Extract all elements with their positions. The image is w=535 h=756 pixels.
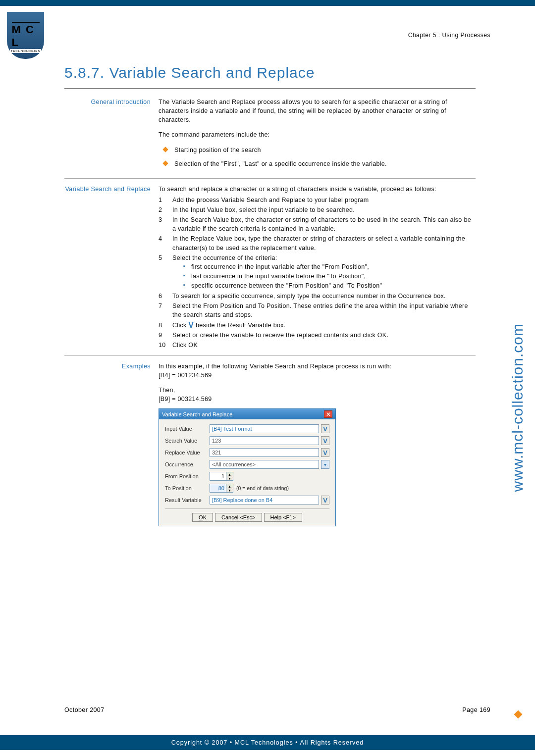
example-equation: [B4] = 001234.569 [159,371,476,380]
chevron-down-icon[interactable]: ▾ [321,460,329,469]
field-label: To Position [165,485,210,491]
dialog-title-text: Variable Search and Replace [162,411,232,417]
page-content: 5.8.7. Variable Search and Replace Gener… [64,64,476,526]
section-label: Variable Search and Replace [64,185,159,351]
to-position-spinner[interactable]: 80 ▲▼ [210,484,233,493]
step-text: In the Input Value box, select the input… [172,205,476,214]
step-text: To search for a specific occurrence, sim… [172,292,476,301]
to-position-value[interactable]: 80 [210,484,226,493]
logo-subtext: TECHNOLOGIES [10,49,42,53]
copyright-bar: Copyright © 2007 • MCL Technologies • Al… [0,735,535,750]
spin-down-icon[interactable]: ▼ [226,488,233,492]
example-equation: [B9] = 003214.569 [159,395,476,403]
substep-text: first occurrence in the input variable a… [183,262,476,271]
field-label: Search Value [165,438,210,444]
divider [64,355,476,356]
from-position-spinner[interactable]: 1 ▲▼ [210,472,233,481]
intro-bullet: Selection of the "First", "Last" or a sp… [163,159,476,168]
side-url-text: www.mcl-collection.com [509,264,526,492]
substep-text: last occurrence in the input variable be… [183,272,476,281]
page-title: 5.8.7. Variable Search and Replace [64,64,476,89]
section-label: Examples [64,362,159,404]
variable-v-icon: V [188,321,194,329]
footer-page: Page 169 [462,706,490,713]
variable-picker-button[interactable]: V [321,436,329,445]
step-text: Select the From Position and To Position… [172,302,476,319]
procedure-steps: 1Add the process Variable Search and Rep… [159,196,476,350]
spin-down-icon[interactable]: ▼ [226,476,233,480]
variable-picker-button[interactable]: V [321,448,329,457]
dialog-titlebar[interactable]: Variable Search and Replace ✕ [159,409,335,419]
dialog-variable-search-replace: Variable Search and Replace ✕ Input Valu… [159,408,336,526]
section-examples: Examples In this example, if the followi… [64,362,476,404]
spin-up-icon[interactable]: ▲ [226,484,233,488]
intro-paragraph-2: The command parameters include the: [159,130,476,139]
variable-picker-button[interactable]: V [321,424,329,433]
occurrence-select[interactable]: <All occurrences> [210,460,319,469]
section-procedure: Variable Search and Replace To search an… [64,185,476,351]
step-text: In the Search Value box, the character o… [172,215,476,233]
from-position-value[interactable]: 1 [210,472,226,481]
search-value-field[interactable]: 123 [210,436,319,445]
spin-up-icon[interactable]: ▲ [226,472,233,476]
step-text: Select or create the variable to receive… [172,331,476,340]
intro-bullet: Starting position of the search [163,146,476,154]
section-general-introduction: General introduction The Variable Search… [64,98,476,173]
input-value-field[interactable]: [B4] Test Format [210,424,319,433]
intro-paragraph-1: The Variable Search and Replace process … [159,98,476,124]
step-text: Click OK [172,341,476,350]
step-text: Click V beside the Result Variable box. [172,321,476,330]
example-text: In this example, if the following Variab… [159,362,476,371]
replace-value-field[interactable]: 321 [210,448,319,457]
substep-text: specific occurrence between the "From Po… [183,281,476,290]
field-label: From Position [165,473,210,479]
example-text: Then, [159,386,476,395]
step-text: In the Replace Value box, type the chara… [172,234,476,252]
chapter-label: Chapter 5 : Using Processes [408,32,490,39]
field-label: Input Value [165,426,210,432]
result-variable-field[interactable]: [B9] Replace done on B4 [210,496,319,504]
field-label: Occurrence [165,461,210,467]
field-label: Replace Value [165,450,210,455]
to-position-note: (0 = end of data string) [233,485,289,491]
close-icon[interactable]: ✕ [324,410,332,418]
step-text: Add the process Variable Search and Repl… [172,196,476,204]
field-label: Result Variable [165,497,210,503]
ok-button[interactable]: OK [192,513,213,522]
section-label: General introduction [64,98,159,173]
footer-date: October 2007 [64,706,105,713]
help-button[interactable]: Help <F1> [264,513,302,522]
logo-text: M C L [12,23,40,49]
divider [64,178,476,179]
variable-picker-button[interactable]: V [321,496,329,504]
side-url: www.mcl-collection.com [509,0,526,756]
procedure-lead: To search and replace a character or a s… [159,185,476,194]
logo: M C L TECHNOLOGIES [7,12,44,59]
step-text: Select the occurrence of the criteria: [172,254,277,261]
top-bar [0,0,535,6]
cancel-button[interactable]: Cancel <Esc> [215,513,262,522]
